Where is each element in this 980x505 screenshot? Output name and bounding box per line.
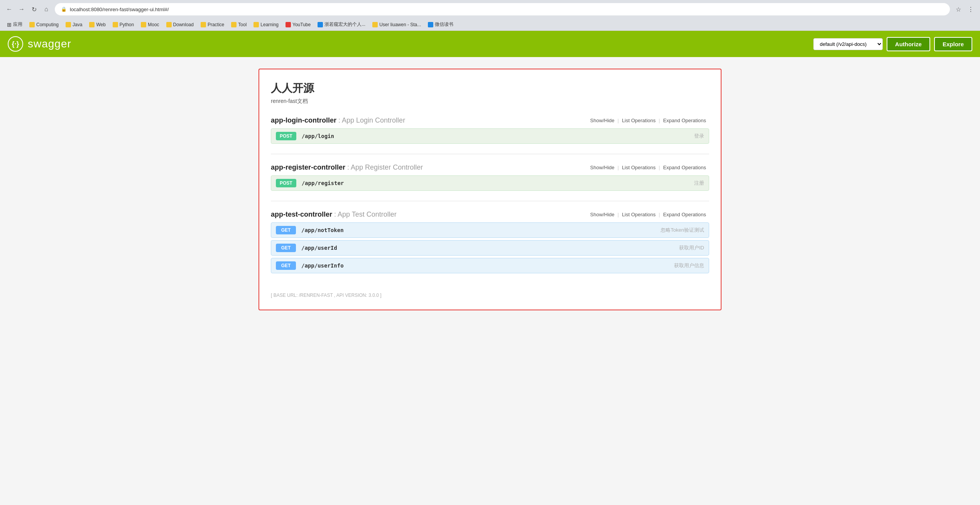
- method-badge-2-0: GET: [276, 226, 296, 234]
- expand-ops-link-0[interactable]: Expand Operations: [660, 118, 709, 123]
- api-footer: [ BASE URL: /renren-fast , API VERSION: …: [271, 293, 709, 298]
- endpoint-row-0-0[interactable]: POST/app/login登录: [271, 128, 709, 144]
- list-ops-link-2[interactable]: List Operations: [619, 212, 659, 217]
- endpoint-desc-2-0: 忽略Token验证测试: [661, 227, 704, 234]
- bookmark-label-11: 浙若窥宏大的个人...: [324, 21, 365, 28]
- bookmark-label-3: Web: [96, 22, 105, 27]
- bookmark-item-2[interactable]: Java: [63, 21, 85, 29]
- controller-actions-2: Show/Hide | List Operations | Expand Ope…: [587, 212, 709, 217]
- bookmark-icon-3: [89, 22, 95, 27]
- lock-icon: 🔒: [61, 7, 67, 12]
- bookmark-item-5[interactable]: Mooc: [138, 21, 162, 29]
- api-subtitle: renren-fast文档: [271, 98, 709, 105]
- swagger-controls: default (/v2/api-docs) Authorize Explore: [813, 37, 972, 51]
- endpoint-desc-2-1: 获取用户ID: [679, 244, 704, 251]
- bookmark-icon-1: [29, 22, 35, 27]
- bookmark-icon-7: [201, 22, 206, 27]
- star-button[interactable]: ☆: [953, 4, 964, 15]
- api-version-label: API VERSION:: [336, 293, 368, 298]
- controller-desc-1: : App Register Controller: [347, 163, 423, 171]
- footer-text: [ BASE URL: /renren-fast , API VERSION: …: [271, 293, 382, 298]
- controller-name-0: app-login-controller: [271, 116, 336, 124]
- show-hide-link-1[interactable]: Show/Hide: [587, 165, 618, 170]
- endpoint-row-2-2[interactable]: GET/app/userInfo获取用户信息: [271, 258, 709, 273]
- expand-ops-link-2[interactable]: Expand Operations: [660, 212, 709, 217]
- list-ops-link-1[interactable]: List Operations: [619, 165, 659, 170]
- base-url-label: BASE URL:: [274, 293, 299, 298]
- apps-icon: ⊞: [7, 22, 12, 28]
- bookmark-label-12: User liuawen - Sta...: [379, 22, 421, 27]
- reload-button[interactable]: ↻: [29, 4, 39, 15]
- bookmark-label-10: YouTube: [292, 22, 311, 27]
- bookmark-item-0[interactable]: ⊞应用: [4, 20, 25, 29]
- home-button[interactable]: ⌂: [41, 4, 52, 15]
- method-badge-1-0: POST: [276, 179, 296, 187]
- bookmark-label-0: 应用: [13, 21, 22, 28]
- bookmark-icon-6: [166, 22, 172, 27]
- api-version-value: 3.0.0: [368, 293, 379, 298]
- address-bar[interactable]: 🔒 localhost:8080/renren-fast/swagger-ui.…: [55, 3, 950, 15]
- controller-actions-1: Show/Hide | List Operations | Expand Ope…: [587, 165, 709, 170]
- bookmark-item-4[interactable]: Python: [110, 21, 137, 29]
- bookmark-item-3[interactable]: Web: [86, 21, 108, 29]
- bookmark-icon-10: [286, 22, 291, 27]
- url-text: localhost:8080/renren-fast/swagger-ui.ht…: [70, 7, 944, 12]
- swagger-logo-icon: {·}: [8, 36, 23, 52]
- controller-title-1: app-register-controller : App Register C…: [271, 163, 423, 172]
- bookmark-item-9[interactable]: Learning: [250, 21, 282, 29]
- controller-actions-0: Show/Hide | List Operations | Expand Ope…: [587, 118, 709, 123]
- forward-button[interactable]: →: [16, 4, 27, 15]
- bookmark-item-13[interactable]: 微信读书: [425, 20, 456, 29]
- controller-title-0: app-login-controller : App Login Control…: [271, 116, 405, 125]
- menu-button[interactable]: ⋮: [965, 4, 976, 15]
- swagger-logo-text: swagger: [28, 38, 71, 50]
- endpoint-row-2-0[interactable]: GET/app/notToken忽略Token验证测试: [271, 222, 709, 238]
- api-title: 人人开源: [271, 81, 709, 96]
- show-hide-link-0[interactable]: Show/Hide: [587, 118, 618, 123]
- endpoint-path-2-2: /app/userInfo: [301, 263, 674, 269]
- controller-desc-2: : App Test Controller: [334, 210, 397, 218]
- main-content: 人人开源 renren-fast文档 app-login-controller …: [0, 57, 980, 505]
- method-badge-2-2: GET: [276, 261, 296, 270]
- expand-ops-link-1[interactable]: Expand Operations: [660, 165, 709, 170]
- endpoint-path-1-0: /app/register: [302, 180, 694, 186]
- controller-header-0: app-login-controller : App Login Control…: [271, 116, 709, 125]
- bookmark-icon-12: [372, 22, 378, 27]
- explore-button[interactable]: Explore: [934, 37, 972, 51]
- back-button[interactable]: ←: [4, 4, 15, 15]
- bookmark-item-1[interactable]: Computing: [26, 21, 62, 29]
- bookmark-icon-13: [428, 22, 433, 27]
- bookmark-label-13: 微信读书: [435, 21, 453, 28]
- authorize-button[interactable]: Authorize: [887, 37, 930, 51]
- bookmark-label-5: Mooc: [148, 22, 159, 27]
- swagger-logo: {·} swagger: [8, 36, 71, 52]
- api-docs-select[interactable]: default (/v2/api-docs): [813, 38, 883, 50]
- endpoint-desc-2-2: 获取用户信息: [674, 262, 704, 269]
- bookmarks-bar: ⊞应用ComputingJavaWebPythonMoocDownloadPra…: [0, 19, 980, 31]
- bookmark-item-12[interactable]: User liuawen - Sta...: [369, 21, 424, 29]
- bookmark-icon-8: [231, 22, 237, 27]
- bookmark-item-6[interactable]: Download: [163, 21, 197, 29]
- bookmark-label-7: Practice: [208, 22, 224, 27]
- controller-section-app-login-controller: app-login-controller : App Login Control…: [271, 116, 709, 154]
- show-hide-link-2[interactable]: Show/Hide: [587, 212, 618, 217]
- bookmark-icon-11: [318, 22, 323, 27]
- bookmark-label-9: Learning: [260, 22, 279, 27]
- bookmark-item-10[interactable]: YouTube: [282, 21, 314, 29]
- endpoint-path-0-0: /app/login: [302, 133, 694, 139]
- browser-chrome: ← → ↻ ⌂ 🔒 localhost:8080/renren-fast/swa…: [0, 0, 980, 31]
- bookmark-item-8[interactable]: Tool: [228, 21, 250, 29]
- nav-buttons: ← → ↻ ⌂: [4, 4, 52, 15]
- bookmark-label-1: Computing: [36, 22, 59, 27]
- bookmark-item-11[interactable]: 浙若窥宏大的个人...: [314, 20, 368, 29]
- list-ops-link-0[interactable]: List Operations: [619, 118, 659, 123]
- browser-actions: ☆ ⋮: [953, 4, 976, 15]
- controller-header-1: app-register-controller : App Register C…: [271, 163, 709, 172]
- endpoint-row-1-0[interactable]: POST/app/register注册: [271, 175, 709, 191]
- swagger-header: {·} swagger default (/v2/api-docs) Autho…: [0, 31, 980, 57]
- api-container: 人人开源 renren-fast文档 app-login-controller …: [259, 69, 721, 310]
- endpoint-row-2-1[interactable]: GET/app/userId获取用户ID: [271, 240, 709, 256]
- bookmark-icon-9: [253, 22, 259, 27]
- bookmark-item-7[interactable]: Practice: [198, 21, 227, 29]
- method-badge-2-1: GET: [276, 244, 296, 252]
